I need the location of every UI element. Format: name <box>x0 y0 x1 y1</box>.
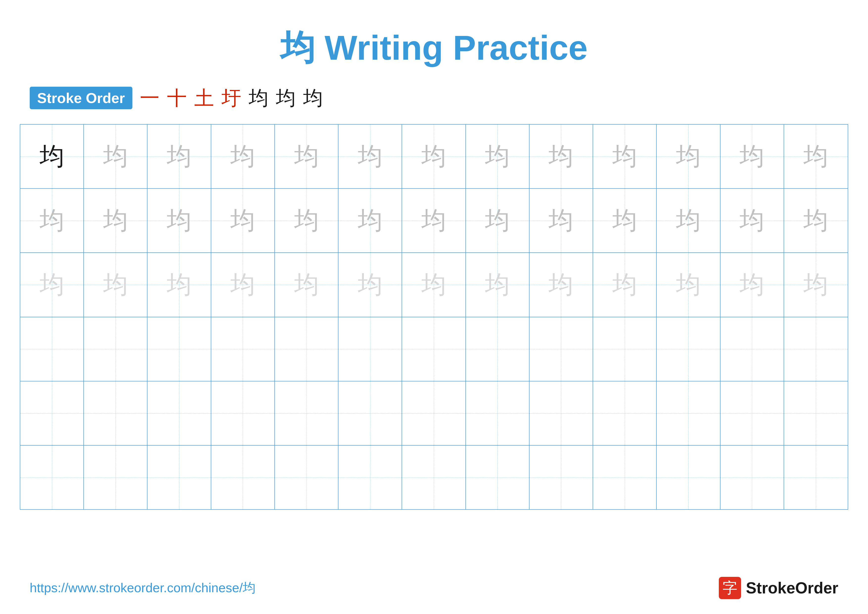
grid-cell[interactable]: 均 <box>657 124 720 188</box>
grid-cell[interactable] <box>530 317 593 381</box>
grid-cell[interactable] <box>721 317 784 381</box>
char-gray: 均 <box>422 208 446 233</box>
char-gray: 均 <box>549 144 573 169</box>
grid-cell[interactable]: 均 <box>784 124 848 188</box>
grid-cell[interactable]: 均 <box>147 124 211 188</box>
char-gray: 均 <box>612 144 637 169</box>
grid-cell[interactable]: 均 <box>402 253 466 317</box>
footer-url[interactable]: https://www.strokeorder.com/chinese/均 <box>30 579 256 597</box>
grid-cell[interactable]: 均 <box>84 124 147 188</box>
grid-cell[interactable]: 均 <box>20 253 84 317</box>
grid-cell[interactable]: 均 <box>721 253 784 317</box>
char-gray: 均 <box>358 144 383 169</box>
grid-cell[interactable] <box>84 446 147 509</box>
grid-cell[interactable] <box>593 317 657 381</box>
grid-row-1: 均 均 均 均 均 均 均 均 均 均 均 均 均 <box>20 124 848 189</box>
grid-cell[interactable]: 均 <box>275 253 338 317</box>
grid-cell[interactable] <box>84 317 147 381</box>
grid-cell[interactable]: 均 <box>20 189 84 252</box>
grid-cell[interactable]: 均 <box>593 189 657 252</box>
grid-cell[interactable] <box>402 317 466 381</box>
grid-cell[interactable] <box>784 446 848 509</box>
grid-cell[interactable] <box>275 446 338 509</box>
grid-cell[interactable]: 均 <box>147 189 211 252</box>
char-gray: 均 <box>103 144 128 169</box>
grid-cell[interactable] <box>211 317 275 381</box>
grid-cell[interactable]: 均 <box>784 189 848 252</box>
grid-cell[interactable] <box>147 381 211 445</box>
char-light: 均 <box>739 272 764 297</box>
grid-cell[interactable]: 均 <box>147 253 211 317</box>
grid-cell[interactable]: 均 <box>211 189 275 252</box>
grid-cell[interactable] <box>466 446 530 509</box>
grid-cell[interactable] <box>784 317 848 381</box>
char-light: 均 <box>40 272 64 297</box>
grid-cell[interactable] <box>784 381 848 445</box>
grid-cell[interactable] <box>147 317 211 381</box>
grid-cell[interactable]: 均 <box>657 189 720 252</box>
grid-cell[interactable] <box>20 446 84 509</box>
grid-cell[interactable] <box>211 381 275 445</box>
grid-cell[interactable]: 均 <box>657 253 720 317</box>
grid-cell[interactable]: 均 <box>338 124 402 188</box>
grid-cell[interactable]: 均 <box>84 189 147 252</box>
grid-cell[interactable] <box>338 317 402 381</box>
grid-cell[interactable] <box>657 446 720 509</box>
char-gray: 均 <box>803 144 828 169</box>
grid-cell[interactable]: 均 <box>466 124 530 188</box>
grid-cell[interactable] <box>657 381 720 445</box>
grid-cell[interactable] <box>593 446 657 509</box>
grid-cell[interactable]: 均 <box>593 253 657 317</box>
stroke-step-3: 土 <box>194 88 214 108</box>
grid-cell[interactable] <box>593 381 657 445</box>
grid-cell[interactable] <box>338 381 402 445</box>
grid-cell[interactable]: 均 <box>466 189 530 252</box>
grid-cell[interactable]: 均 <box>721 124 784 188</box>
grid-cell[interactable] <box>402 381 466 445</box>
char-gray: 均 <box>485 144 510 169</box>
char-gray: 均 <box>230 144 255 169</box>
grid-cell[interactable]: 均 <box>593 124 657 188</box>
char-light: 均 <box>803 272 828 297</box>
grid-cell[interactable] <box>402 446 466 509</box>
grid-cell[interactable] <box>721 446 784 509</box>
char-light: 均 <box>485 272 510 297</box>
char-gray: 均 <box>167 208 192 233</box>
grid-cell[interactable] <box>466 381 530 445</box>
grid-cell[interactable]: 均 <box>402 189 466 252</box>
grid-cell[interactable] <box>84 381 147 445</box>
grid-cell[interactable] <box>211 446 275 509</box>
grid-cell[interactable]: 均 <box>211 253 275 317</box>
grid-cell[interactable]: 均 <box>530 189 593 252</box>
grid-cell[interactable]: 均 <box>784 253 848 317</box>
char-dark: 均 <box>40 144 64 169</box>
grid-cell[interactable]: 均 <box>211 124 275 188</box>
grid-cell[interactable]: 均 <box>466 253 530 317</box>
stroke-order-row: Stroke Order 一 十 土 圩 均 均 均 <box>0 87 868 109</box>
grid-cell[interactable] <box>530 446 593 509</box>
char-gray: 均 <box>676 144 701 169</box>
stroke-step-2: 十 <box>167 88 187 108</box>
grid-cell[interactable]: 均 <box>530 124 593 188</box>
grid-cell[interactable]: 均 <box>402 124 466 188</box>
grid-cell[interactable]: 均 <box>20 124 84 188</box>
grid-cell[interactable]: 均 <box>721 189 784 252</box>
grid-cell[interactable] <box>20 317 84 381</box>
grid-cell[interactable]: 均 <box>530 253 593 317</box>
grid-cell[interactable] <box>338 446 402 509</box>
char-light: 均 <box>358 272 383 297</box>
grid-cell[interactable] <box>721 381 784 445</box>
grid-cell[interactable]: 均 <box>338 253 402 317</box>
grid-cell[interactable] <box>275 381 338 445</box>
grid-cell[interactable]: 均 <box>84 253 147 317</box>
grid-cell[interactable] <box>275 317 338 381</box>
grid-cell[interactable] <box>530 381 593 445</box>
grid-cell[interactable]: 均 <box>275 124 338 188</box>
grid-cell[interactable] <box>147 446 211 509</box>
grid-cell[interactable] <box>466 317 530 381</box>
grid-cell[interactable]: 均 <box>275 189 338 252</box>
stroke-step-5: 均 <box>249 88 268 108</box>
grid-cell[interactable]: 均 <box>338 189 402 252</box>
grid-cell[interactable] <box>657 317 720 381</box>
grid-cell[interactable] <box>20 381 84 445</box>
